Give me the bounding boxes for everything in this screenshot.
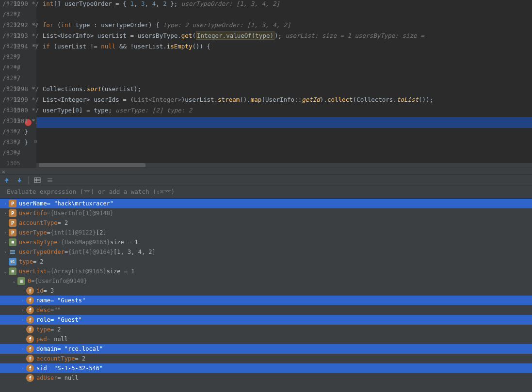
variable-name: desc: [36, 307, 50, 314]
variable-row[interactable]: ›fsid = "S-1-5-32-546": [0, 363, 532, 373]
variable-row[interactable]: ›≡usersByType = {HashMap@9163} size = 1: [0, 237, 532, 247]
variable-detail: {UserInfo[1]@9148}: [50, 210, 113, 217]
variable-type-icon: [9, 248, 16, 256]
variable-name: accountType: [36, 355, 75, 362]
variable-row[interactable]: 01type = 2: [0, 257, 532, 267]
variable-row[interactable]: faccountType = 2: [0, 354, 532, 363]
variable-type-icon: ≡: [9, 267, 16, 275]
code-line[interactable]: /* 1293 */ List<UserInfo> userList = use…: [36, 32, 424, 39]
expand-icon[interactable]: ›: [19, 346, 26, 351]
code-line[interactable]: /* 1294 */ if (userList != null && !user…: [36, 43, 210, 50]
svg-rect-0: [34, 178, 40, 183]
variable-row[interactable]: fpwd = null: [0, 334, 532, 344]
variable-name: type: [19, 258, 33, 265]
variable-row[interactable]: ›PuserType = {int[1]@9122} [2]: [0, 228, 532, 237]
code-line[interactable]: /* 1290 */ int[] userTypeOrder = { 1, 3,…: [36, 0, 280, 7]
variable-row[interactable]: ›fdesc = "": [0, 305, 532, 315]
variable-value: = "hack\mrtuxracer": [47, 200, 113, 207]
variable-type-icon: f: [26, 355, 34, 362]
variable-name: type: [36, 326, 50, 333]
variable-detail: {ArrayList@9165}: [50, 268, 107, 275]
line-number: 1305: [0, 160, 24, 167]
debug-toolbar: [0, 174, 532, 186]
variable-type-icon: ≡: [17, 277, 25, 285]
expand-icon[interactable]: ›: [19, 298, 26, 303]
variable-value: = "S-1-5-32-546": [47, 365, 103, 372]
expand-icon[interactable]: ›: [2, 240, 9, 245]
table-view-icon[interactable]: [33, 176, 41, 184]
variable-detail: {int[1]@9122}: [50, 229, 96, 236]
variable-name: userType: [19, 229, 47, 236]
code-line[interactable]: /* 1299 */ List<Integer> userIds = (List…: [36, 96, 433, 103]
variable-name: sid: [36, 365, 47, 372]
variable-detail: "": [54, 307, 61, 314]
variable-name: name: [36, 297, 50, 304]
variable-value: = "Guest": [50, 316, 82, 323]
variable-name: id: [36, 287, 43, 294]
variable-type-icon: P: [9, 219, 16, 227]
expand-icon[interactable]: ›: [2, 250, 9, 254]
expand-icon[interactable]: ›: [2, 230, 9, 235]
expand-icon[interactable]: ›: [19, 366, 26, 371]
variable-row[interactable]: ›fdomain = "rce.local": [0, 344, 532, 354]
variable-name: adUser: [36, 375, 57, 381]
code-editor[interactable]: 129012911292⊟12931294⊟129512961297129812…: [0, 0, 532, 168]
close-icon[interactable]: ✕: [2, 169, 5, 175]
variable-name: usersByType: [19, 239, 57, 246]
variable-name: accountType: [19, 220, 57, 226]
expand-icon[interactable]: ⌄: [2, 269, 9, 274]
variable-type-icon: P: [9, 209, 16, 217]
variable-row[interactable]: fid = 3: [0, 286, 532, 296]
list-view-icon[interactable]: [46, 176, 54, 184]
variable-value: = "rce.local": [57, 345, 103, 352]
variable-type-icon: P: [9, 229, 16, 236]
variable-detail: {int[4]@9164}: [68, 249, 113, 255]
variables-pane[interactable]: ›PuserName = "hack\mrtuxracer"›PuserInfo…: [0, 199, 532, 392]
variable-name: domain: [36, 345, 57, 352]
variable-detail: {HashMap@9163}: [61, 239, 110, 246]
variable-type-icon: f: [26, 374, 34, 382]
variable-type-icon: f: [26, 364, 34, 372]
variable-type-icon: f: [26, 306, 34, 314]
variable-type-icon: f: [26, 326, 34, 333]
variable-name: userName: [19, 200, 47, 207]
variable-row[interactable]: ›frole = "Guest": [0, 315, 532, 325]
horizontal-scrollbar[interactable]: [36, 163, 532, 168]
variable-row[interactable]: ›PuserInfo = {UserInfo[1]@9148}: [0, 208, 532, 218]
variable-type-icon: 01: [9, 258, 16, 266]
watch-expression-input[interactable]: Evaluate expression (⌤) or add a watch (…: [0, 186, 532, 199]
variable-name: 0: [28, 278, 31, 284]
pane-divider[interactable]: ✕: [0, 168, 532, 174]
expand-icon[interactable]: ›: [2, 201, 9, 206]
variable-row[interactable]: ⌄≡userList = {ArrayList@9165} size = 1: [0, 267, 532, 276]
step-up-icon[interactable]: [3, 176, 11, 184]
expand-icon[interactable]: ›: [2, 211, 9, 216]
variable-value: = "Guests": [50, 297, 85, 304]
step-down-icon[interactable]: [16, 176, 23, 184]
expand-icon[interactable]: ›: [19, 308, 26, 313]
variable-row[interactable]: PaccountType = 2: [0, 218, 532, 228]
variable-name: pwd: [36, 336, 47, 343]
variable-detail: {UserInfo@9149}: [34, 278, 87, 284]
expand-icon[interactable]: ⌄: [11, 279, 17, 283]
variable-type-icon: ≡: [9, 238, 16, 246]
variable-type-icon: f: [26, 297, 34, 304]
code-line[interactable]: /* 1298 */ Collections.sort(userList);: [36, 85, 141, 93]
variable-row[interactable]: ⌄≡0 = {UserInfo@9149}: [0, 276, 532, 286]
variable-row[interactable]: fadUser = null: [0, 373, 532, 383]
variable-row[interactable]: ›userTypeOrder = {int[4]@9164} [1, 3, 4,…: [0, 247, 532, 257]
variable-type-icon: f: [26, 287, 34, 295]
code-line[interactable]: /* 1300 */ userType[0] = type; userType:…: [36, 107, 192, 114]
variable-name: role: [36, 316, 50, 323]
variable-row[interactable]: ›PuserName = "hack\mrtuxracer": [0, 199, 532, 208]
variable-type-icon: f: [26, 345, 34, 353]
expand-icon[interactable]: ›: [19, 317, 26, 322]
variable-row[interactable]: ftype = 2: [0, 325, 532, 334]
variable-row[interactable]: ›fname = "Guests": [0, 296, 532, 305]
code-line[interactable]: /* 1292 */ for (int type : userTypeOrder…: [36, 21, 291, 29]
variable-name: userTypeOrder: [19, 249, 64, 255]
fold-icon[interactable]: ⊟: [33, 139, 38, 144]
variable-name: userList: [19, 268, 47, 275]
variable-name: userInfo: [19, 210, 47, 217]
variable-type-icon: P: [9, 200, 16, 207]
